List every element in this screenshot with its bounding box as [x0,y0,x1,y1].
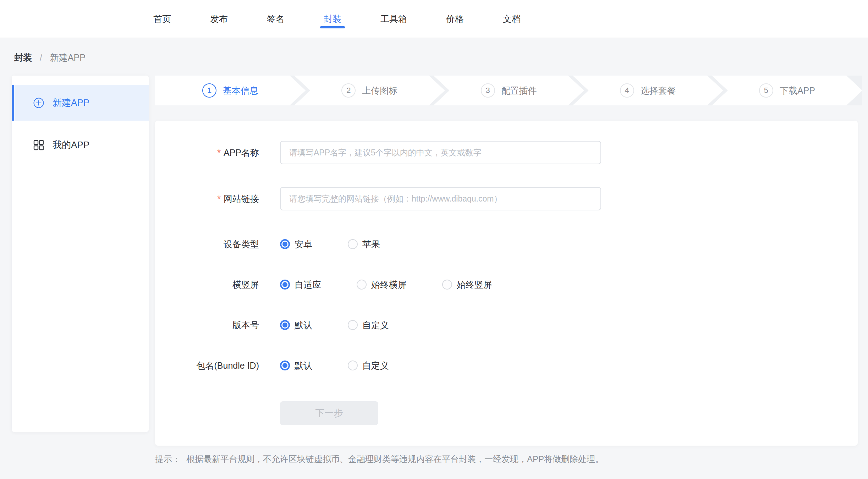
option-adaptive[interactable]: 自适应 [280,279,321,291]
option-bundle-custom[interactable]: 自定义 [348,360,389,371]
site-url-label: 网站链接 [224,193,259,205]
nav-item-docs[interactable]: 文档 [502,0,521,38]
breadcrumb: 封装 / 新建APP [14,52,86,64]
step-number: 5 [759,83,773,98]
step-label: 下载APP [780,85,815,97]
nav-item-pricing[interactable]: 价格 [445,0,465,38]
option-bundle-default[interactable]: 默认 [280,360,312,371]
step-label: 选择套餐 [641,85,676,97]
option-label: 默认 [295,319,312,331]
breadcrumb-current: 新建APP [50,53,86,62]
form-row-version: 版本号 默认 自定义 [155,318,858,332]
radio-unselected-icon [348,320,358,330]
sidebar: 新建APP 我的APP [12,76,149,432]
step-2-upload-icon: 2 上传图标 [294,76,445,105]
top-nav: 首页 发布 签名 封装 工具箱 价格 文档 [153,0,868,38]
option-label: 自定义 [362,360,389,371]
step-number: 3 [481,83,495,98]
option-label: 始终竖屏 [457,279,492,291]
radio-selected-icon [280,320,290,330]
sidebar-item-my-app[interactable]: 我的APP [12,127,149,163]
nav-item-home[interactable]: 首页 [153,0,172,38]
device-type-label: 设备类型 [155,238,259,250]
nav-item-toolbox[interactable]: 工具箱 [380,0,408,38]
option-always-landscape[interactable]: 始终横屏 [357,279,407,291]
breadcrumb-separator: / [40,53,42,62]
radio-unselected-icon [348,239,358,249]
field-label-text: 设备类型 [224,238,259,250]
radio-unselected-icon [357,280,367,290]
plus-circle-icon [33,97,44,109]
top-bar: 首页 发布 签名 封装 工具箱 价格 文档 [0,0,868,38]
radio-unselected-icon [442,280,452,290]
option-label: 始终横屏 [371,279,407,291]
tip-prefix: 提示： [155,454,181,464]
breadcrumb-section[interactable]: 封装 [14,53,32,62]
nav-item-sign[interactable]: 签名 [266,0,285,38]
option-label: 默认 [295,360,312,371]
step-label: 上传图标 [362,85,397,97]
field-label: * APP名称 [155,147,259,159]
button-row: 下一步 [280,401,858,425]
radio-selected-icon [280,239,290,249]
field-label-text: 版本号 [232,319,259,331]
app-name-label: APP名称 [224,147,259,159]
footer-tip: 提示：根据最新平台规则，不允许区块链虚拟币、金融理财类等违规内容在平台封装，一经… [155,453,604,465]
step-4-choose-plan: 4 选择套餐 [573,76,723,105]
option-android[interactable]: 安卓 [280,238,312,250]
nav-item-package[interactable]: 封装 [323,0,342,38]
nav-item-publish[interactable]: 发布 [209,0,229,38]
option-version-custom[interactable]: 自定义 [348,319,389,331]
form-row-app-name: * APP名称 [155,141,858,164]
sidebar-item-label: 新建APP [53,97,89,109]
radio-selected-icon [280,360,290,370]
bundle-id-label: 包名(Bundle ID) [155,360,259,371]
orientation-label: 横竖屏 [155,279,259,291]
option-version-default[interactable]: 默认 [280,319,312,331]
step-number: 4 [620,83,634,98]
step-5-download-app: 5 下载APP [712,76,862,105]
radio-unselected-icon [348,360,358,370]
step-1-basic-info: 1 基本信息 [155,76,306,105]
step-number: 2 [341,83,356,98]
sidebar-item-new-app[interactable]: 新建APP [12,85,149,121]
step-label: 配置插件 [501,85,537,97]
field-label: * 网站链接 [155,193,259,205]
form-row-site-url: * 网站链接 [155,187,858,210]
field-label-text: 包名(Bundle ID) [197,360,259,371]
step-3-configure-plugins: 3 配置插件 [433,76,584,105]
form-row-orientation: 横竖屏 自适应 始终横屏 始终竖屏 [155,277,858,292]
version-label: 版本号 [155,319,259,331]
option-always-portrait[interactable]: 始终竖屏 [442,279,492,291]
option-apple[interactable]: 苹果 [348,238,380,250]
field-label-text: 横竖屏 [232,279,259,291]
form-row-device-type: 设备类型 安卓 苹果 [155,237,858,251]
option-label: 自适应 [295,279,321,291]
step-wizard: 1 基本信息 2 上传图标 3 配置插件 4 选择套餐 5 下载APP [155,76,862,105]
required-mark: * [217,194,221,204]
tip-text: 根据最新平台规则，不允许区块链虚拟币、金融理财类等违规内容在平台封装，一经发现，… [186,454,604,464]
option-label: 安卓 [295,238,312,250]
site-url-input[interactable] [280,187,601,210]
radio-selected-icon [280,280,290,290]
option-label: 苹果 [362,238,380,250]
form-row-bundle-id: 包名(Bundle ID) 默认 自定义 [155,358,858,373]
step-label: 基本信息 [223,85,258,97]
step-number: 1 [202,83,216,98]
required-mark: * [217,148,221,158]
app-name-input[interactable] [280,141,601,164]
grid-icon [33,139,44,151]
sidebar-item-label: 我的APP [53,139,89,151]
option-label: 自定义 [362,319,389,331]
basic-info-form: * APP名称 * 网站链接 设备类型 安卓 苹果 [155,121,858,446]
next-step-button[interactable]: 下一步 [280,401,378,425]
